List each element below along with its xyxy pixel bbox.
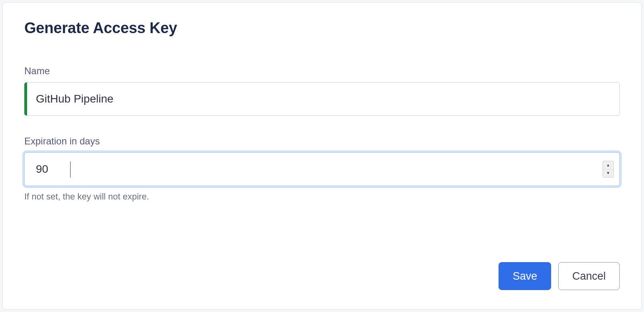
spinner-down-button[interactable]: ▼ [603,170,613,178]
name-label: Name [24,65,620,77]
cancel-button[interactable]: Cancel [558,262,620,290]
save-button[interactable]: Save [499,262,551,290]
name-input[interactable] [24,82,620,116]
expiration-label: Expiration in days [24,136,620,147]
expiration-input[interactable] [25,153,603,186]
name-input-wrapper [24,82,620,116]
text-cursor [70,162,71,178]
page-title: Generate Access Key [24,20,620,37]
generate-access-key-card: Generate Access Key Name Expiration in d… [2,2,642,310]
expiration-field-group: Expiration in days ▲ ▼ If not set, the k… [24,136,620,202]
number-spinner: ▲ ▼ [603,161,614,178]
button-row: Save Cancel [24,262,620,290]
name-field-group: Name [24,65,620,116]
spinner-up-button[interactable]: ▲ [603,161,613,170]
expiration-input-wrapper: ▲ ▼ [24,152,620,186]
expiration-hint: If not set, the key will not expire. [24,192,620,202]
